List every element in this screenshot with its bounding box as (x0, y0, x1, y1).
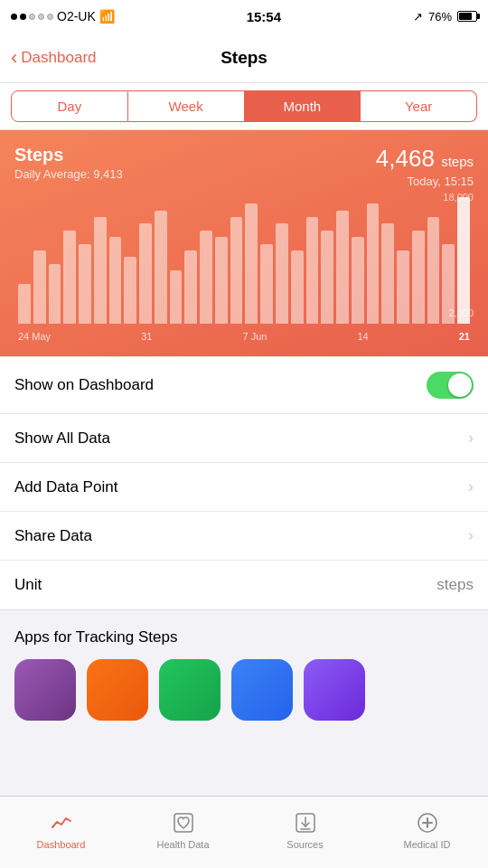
bar (124, 257, 136, 324)
list-item-dashboard[interactable]: Show on Dashboard (0, 357, 488, 414)
app-icon-2[interactable] (159, 659, 221, 721)
x-label-1: 31 (141, 331, 152, 342)
x-label-0: 24 May (18, 331, 51, 342)
bar (18, 284, 31, 324)
bar (63, 231, 76, 324)
list-item-show-all[interactable]: Show All Data › (0, 414, 488, 463)
apps-section: Apps for Tracking Steps (0, 610, 488, 730)
back-label: Dashboard (21, 49, 96, 67)
bar (381, 223, 394, 324)
bar (49, 264, 61, 324)
bar (215, 237, 228, 324)
tab-week[interactable]: Week (128, 90, 245, 122)
app-icon-0[interactable] (14, 659, 76, 721)
svg-rect-0 (174, 814, 192, 832)
list-item-share[interactable]: Share Data › (0, 512, 488, 561)
chart-value-number: 4,468 (376, 145, 435, 172)
chart-timestamp: Today, 15:15 (376, 175, 474, 188)
show-on-dashboard-label: Show on Dashboard (14, 376, 154, 394)
list-item-unit: Unit steps (0, 561, 488, 609)
tab-bar-dashboard-label: Dashboard (37, 839, 86, 850)
bar (245, 203, 258, 324)
chart-value-unit: steps (441, 154, 474, 169)
chevron-right-icon-2: › (468, 477, 474, 496)
tab-bar-health-data[interactable]: Health Data (122, 809, 244, 855)
unit-value: steps (436, 576, 474, 594)
bar (155, 211, 167, 324)
tab-bar: Dashboard Health Data Sources (0, 796, 488, 868)
bar (200, 231, 212, 324)
tab-bar-medical-id[interactable]: Medical ID (366, 809, 488, 855)
bar (230, 217, 243, 324)
chart-value: 4,468 steps (376, 145, 474, 173)
toggle-thumb (448, 373, 472, 397)
bar (427, 217, 440, 324)
x-label-2: 7 Jun (242, 331, 267, 342)
chart-card: Steps Daily Average: 9,413 4,468 steps T… (0, 130, 488, 356)
tab-day[interactable]: Day (11, 90, 128, 122)
list-item-add-data[interactable]: Add Data Point › (0, 463, 488, 512)
app-icon-4[interactable] (304, 659, 365, 721)
dashboard-toggle[interactable] (427, 372, 474, 399)
tab-bar-sources-label: Sources (286, 839, 323, 850)
share-data-label: Share Data (14, 527, 92, 545)
list-item-right-1: › (468, 429, 474, 448)
back-button[interactable]: ‹ Dashboard (11, 48, 97, 68)
bar (412, 231, 425, 324)
tab-bar-dashboard[interactable]: Dashboard (0, 809, 122, 855)
tab-month[interactable]: Month (245, 90, 361, 122)
battery-icon (457, 11, 477, 22)
tab-year[interactable]: Year (361, 90, 477, 122)
bar (260, 244, 273, 324)
dot5 (47, 14, 53, 20)
dot2 (20, 14, 26, 20)
bar (306, 217, 319, 324)
bar (321, 231, 333, 324)
x-label-3: 14 (357, 331, 368, 342)
tab-bar-health-data-label: Health Data (156, 839, 209, 850)
bar (109, 237, 122, 324)
clock: 15:54 (247, 9, 281, 24)
bar (79, 244, 91, 324)
chart-icon (48, 809, 75, 836)
download-icon (292, 809, 319, 836)
tab-bar-sources[interactable]: Sources (244, 809, 366, 855)
page-title: Steps (221, 48, 267, 68)
app-icon-3[interactable] (231, 659, 293, 721)
heart-icon (170, 809, 197, 836)
battery-percent: 76% (428, 10, 452, 24)
chart-value-block: 4,468 steps Today, 15:15 (376, 145, 474, 188)
list-item-right-2: › (468, 477, 474, 496)
bar (170, 270, 183, 324)
signal-dots (11, 14, 53, 20)
bar (94, 217, 107, 324)
back-chevron-icon: ‹ (11, 48, 17, 68)
chart-area: 24 May 31 7 Jun 14 21 (14, 197, 474, 342)
bar (367, 203, 380, 324)
bar (336, 211, 349, 324)
bar (139, 223, 152, 324)
x-axis-labels: 24 May 31 7 Jun 14 21 (14, 327, 474, 342)
daily-average: Daily Average: 9,413 (14, 167, 123, 181)
dot4 (38, 14, 44, 20)
location-icon: ↗ (413, 10, 423, 24)
nav-bar: ‹ Dashboard Steps (0, 33, 488, 83)
list-section: Show on Dashboard Show All Data › Add Da… (0, 356, 488, 610)
carrier-label: O2-UK (57, 9, 96, 24)
chart-header: Steps Daily Average: 9,413 4,468 steps T… (14, 145, 474, 188)
wifi-icon: 📶 (99, 9, 115, 24)
bar (276, 223, 288, 324)
list-item-right-3: › (468, 526, 474, 545)
chart-title: Steps (14, 145, 123, 165)
dot3 (29, 14, 35, 20)
bar (352, 237, 364, 324)
apps-section-title: Apps for Tracking Steps (14, 628, 474, 646)
app-icon-1[interactable] (87, 659, 148, 721)
app-icons-row (14, 659, 474, 721)
status-left: O2-UK 📶 (11, 9, 115, 24)
bar (291, 250, 304, 324)
medical-icon (414, 809, 441, 836)
bar (33, 250, 46, 324)
bar (397, 250, 409, 324)
chevron-right-icon-1: › (468, 429, 474, 448)
